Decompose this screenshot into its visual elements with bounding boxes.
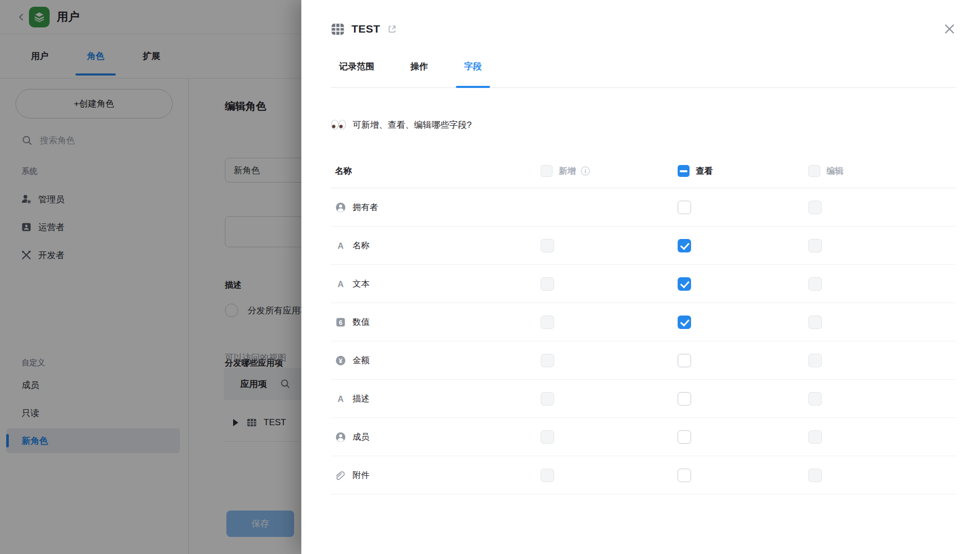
create-checkbox — [541, 430, 554, 444]
attachment-icon — [335, 470, 346, 481]
svg-text:6: 6 — [339, 319, 343, 326]
column-name: 名称 — [331, 166, 541, 177]
update-checkbox — [808, 392, 822, 406]
field-row: A描述 — [331, 380, 956, 418]
fields-question: 可新增、查看、编辑哪些字段? — [331, 115, 471, 134]
number-icon: 6 — [335, 317, 346, 328]
svg-text:A: A — [338, 394, 344, 403]
modal-title: TEST — [351, 23, 380, 35]
field-row: A名称 — [331, 227, 956, 265]
svg-text:¥: ¥ — [339, 357, 343, 364]
svg-text:A: A — [338, 241, 344, 250]
info-icon: i — [581, 167, 590, 175]
field-row: A文本 — [331, 265, 956, 303]
modal-tab-1[interactable]: 操作 — [402, 56, 436, 87]
read-checkbox[interactable] — [678, 354, 691, 367]
modal-tab-2[interactable]: 字段 — [456, 56, 490, 87]
question-text: 可新增、查看、编辑哪些字段? — [353, 119, 471, 131]
field-name: 金额 — [353, 355, 370, 366]
read-checkbox[interactable] — [678, 469, 691, 482]
update-all-checkbox — [808, 165, 820, 177]
read-checkbox[interactable] — [678, 316, 691, 329]
currency-icon: ¥ — [335, 355, 346, 366]
field-row: 成员 — [331, 418, 956, 456]
create-checkbox — [541, 392, 554, 406]
read-checkbox[interactable] — [678, 201, 691, 214]
create-checkbox — [541, 469, 554, 482]
eyes-emoji-icon — [331, 119, 346, 130]
field-name: 名称 — [353, 240, 370, 251]
user-icon — [335, 431, 346, 443]
field-name: 文本 — [353, 278, 370, 290]
external-link-icon[interactable] — [387, 24, 397, 34]
create-checkbox — [541, 277, 554, 291]
update-checkbox — [808, 277, 822, 291]
update-checkbox — [808, 316, 822, 329]
column-create: 新增 — [559, 166, 576, 177]
user-icon — [335, 202, 346, 213]
modal-tabbar: 记录范围操作字段 — [331, 56, 956, 88]
modal-tab-0[interactable]: 记录范围 — [331, 56, 382, 87]
text-icon: A — [335, 278, 346, 290]
column-update: 编辑 — [826, 166, 844, 177]
field-name: 数值 — [353, 317, 370, 328]
update-checkbox — [808, 354, 822, 367]
update-checkbox — [808, 239, 822, 252]
create-checkbox — [541, 239, 554, 252]
field-row: 拥有者 — [331, 188, 956, 227]
svg-text:A: A — [338, 279, 344, 288]
field-row: ¥金额 — [331, 341, 956, 380]
update-checkbox — [808, 469, 822, 482]
field-row: 附件 — [331, 456, 956, 495]
read-checkbox[interactable] — [678, 392, 691, 406]
read-checkbox[interactable] — [678, 277, 691, 291]
update-checkbox — [808, 430, 822, 444]
text-icon: A — [335, 240, 346, 251]
read-checkbox[interactable] — [678, 239, 691, 252]
read-checkbox[interactable] — [678, 430, 691, 444]
close-icon[interactable] — [942, 22, 957, 36]
fields-permission-table: 名称 新增 i 查看 编辑 拥有者A名称A文本6数值¥金额A描述成员附件 — [331, 154, 956, 495]
field-name: 成员 — [353, 431, 370, 443]
create-all-checkbox — [541, 165, 553, 177]
field-row: 6数值 — [331, 303, 956, 341]
field-name: 附件 — [353, 470, 370, 481]
column-read: 查看 — [696, 166, 713, 177]
permissions-modal: TEST 记录范围操作字段 可新增、查看、编辑哪些字段? 名称 新增 i — [301, 0, 980, 554]
field-name: 描述 — [353, 393, 370, 405]
update-checkbox — [808, 201, 822, 214]
field-name: 拥有者 — [353, 202, 378, 213]
read-all-checkbox[interactable] — [678, 165, 690, 177]
table-header-row: 名称 新增 i 查看 编辑 — [331, 154, 956, 188]
table-grid-icon — [331, 22, 345, 36]
create-checkbox — [541, 354, 554, 367]
create-checkbox — [541, 316, 554, 329]
text-icon: A — [335, 393, 346, 405]
